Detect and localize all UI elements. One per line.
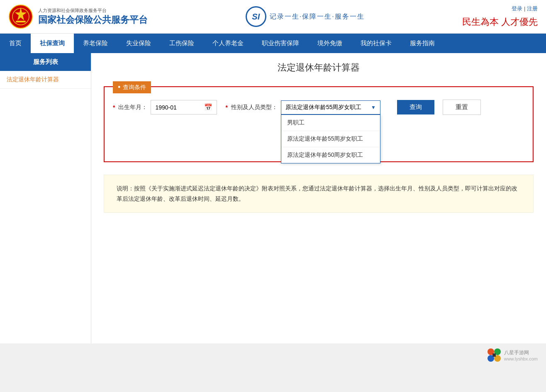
note-text: 说明：按照《关于实施渐进式延迟法定退休年龄的决定》附表对照关系，您通过法定退休年… [117, 185, 517, 202]
emblem-icon [8, 4, 33, 29]
header-login-links: 登录 | 注册 [512, 5, 538, 12]
query-button[interactable]: 查询 [397, 100, 434, 114]
logo-subtitle: 人力资源和社会保障政务服务平台 [38, 7, 148, 14]
query-label: 查询条件 [113, 81, 151, 93]
main-nav: 首页 社保查询 养老保险 失业保险 工伤保险 个人养老金 职业伤害保障 境外免缴… [0, 34, 546, 53]
nav-item-jingwai[interactable]: 境外免缴 [308, 34, 351, 53]
form-row: * 出生年月： 1990-01 📅 * 性别及人员类型： 原法定退休年龄55周岁… [113, 100, 524, 115]
nav-item-shebaocard[interactable]: 我的社保卡 [351, 34, 401, 53]
header-motto: 民生為本 人才優先 [462, 16, 538, 28]
header-left: 人力资源和社会保障政务服务平台 国家社会保险公共服务平台 [8, 4, 148, 29]
nav-item-home[interactable]: 首页 [0, 34, 31, 53]
header-center: SI 记录一生·保障一生·服务一生 [246, 6, 365, 27]
select-container: 原法定退休年龄55周岁女职工 ▼ 男职工 原法定退休年龄55周岁女职工 原法定退… [281, 100, 380, 114]
svg-rect-8 [492, 353, 496, 357]
logo-text: 人力资源和社会保障政务服务平台 国家社会保险公共服务平台 [38, 7, 148, 26]
sidebar-title: 服务列表 [0, 53, 91, 71]
calendar-icon: 📅 [204, 103, 212, 111]
register-link[interactable]: 注册 [527, 5, 538, 12]
gender-label: 性别及人员类型： [231, 104, 278, 111]
dropdown-item-male[interactable]: 男职工 [281, 115, 380, 131]
login-link[interactable]: 登录 [512, 5, 522, 12]
page-title: 法定退休年龄计算器 [104, 61, 534, 74]
content-wrapper: 服务列表 法定退休年龄计算器 法定退休年龄计算器 查询条件 * 出生年月： 19… [0, 53, 546, 343]
logo-title: 国家社会保险公共服务平台 [38, 14, 148, 26]
footer: 八星手游网 www.lyshbx.com [0, 343, 546, 367]
nav-item-shebao[interactable]: 社保查询 [31, 34, 74, 53]
si-logo: SI [246, 6, 266, 27]
note-section: 说明：按照《关于实施渐进式延迟法定退休年龄的决定》附表对照关系，您通过法定退休年… [104, 175, 534, 213]
nav-item-gerenyanglao[interactable]: 个人养老金 [203, 34, 253, 53]
nav-item-yanglao[interactable]: 养老保险 [74, 34, 117, 53]
main-content: 法定退休年龄计算器 查询条件 * 出生年月： 1990-01 📅 * 性别及人员… [91, 53, 546, 343]
birth-month-label: 出生年月： [118, 104, 147, 111]
header-right: 登录 | 注册 民生為本 人才優先 [462, 5, 538, 28]
nav-item-shiye[interactable]: 失业保险 [117, 34, 160, 53]
dropdown-item-female50[interactable]: 原法定退休年龄50周岁女职工 [281, 147, 380, 163]
birth-month-value: 1990-01 [155, 104, 176, 111]
chevron-down-icon: ▼ [371, 105, 376, 110]
query-section: 查询条件 * 出生年月： 1990-01 📅 * 性别及人员类型： [104, 86, 534, 162]
sidebar-item-calculator[interactable]: 法定退休年龄计算器 [0, 71, 91, 89]
gender-select[interactable]: 原法定退休年龄55周岁女职工 ▼ [281, 100, 380, 114]
dropdown-list: 男职工 原法定退休年龄55周岁女职工 原法定退休年龄50周岁女职工 [281, 114, 380, 163]
footer-site-name: 八星手游网 [504, 349, 538, 356]
header-center-logo: SI 记录一生·保障一生·服务一生 [246, 6, 365, 27]
gender-type-group: * 性别及人员类型： 原法定退休年龄55周岁女职工 ▼ 男职工 原法定退休年龄5… [225, 100, 380, 114]
nav-item-fuwu[interactable]: 服务指南 [401, 34, 444, 53]
selected-option-text: 原法定退休年龄55周岁女职工 [285, 104, 362, 111]
nav-item-zhiye[interactable]: 职业伤害保障 [253, 34, 308, 53]
dropdown-item-female55[interactable]: 原法定退休年龄55周岁女职工 [281, 131, 380, 147]
reset-button[interactable]: 重置 [443, 100, 481, 115]
header: 人力资源和社会保障政务服务平台 国家社会保险公共服务平台 SI 记录一生·保障一… [0, 0, 546, 34]
birth-month-group: * 出生年月： 1990-01 📅 [113, 100, 217, 114]
footer-logo-icon [487, 348, 502, 363]
svg-rect-3 [16, 21, 26, 22]
birth-month-input[interactable]: 1990-01 📅 [151, 100, 217, 114]
footer-url: www.lyshbx.com [504, 356, 538, 361]
header-slogan: 记录一生·保障一生·服务一生 [270, 12, 365, 21]
required-star-birth: * [113, 104, 115, 111]
sidebar: 服务列表 法定退休年龄计算器 [0, 53, 91, 343]
footer-logo: 八星手游网 www.lyshbx.com [487, 348, 538, 363]
nav-item-gongshang[interactable]: 工伤保险 [160, 34, 203, 53]
required-star-gender: * [225, 104, 227, 111]
